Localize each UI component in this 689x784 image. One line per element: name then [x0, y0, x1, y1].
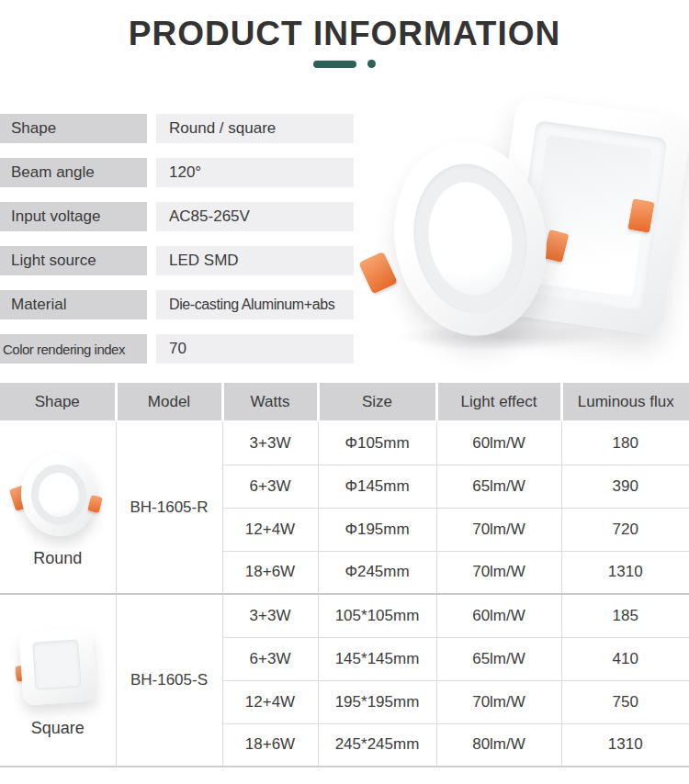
product-hero-image — [366, 101, 689, 367]
watts-cell: 6+3W — [222, 465, 318, 508]
spec-value: LED SMD — [156, 246, 354, 275]
spec-row-shape: Shape Round / square — [0, 114, 354, 143]
luminous-flux-cell: 720 — [561, 508, 689, 551]
luminous-flux-cell: 410 — [561, 637, 689, 680]
spec-label: Color rendering index — [0, 334, 147, 364]
spec-table: Shape Model Watts Size Light effect Lumi… — [0, 383, 689, 767]
size-cell: 105*105mm — [318, 594, 436, 637]
spec-value: AC85-265V — [156, 202, 354, 231]
round-light-thumbnail-icon — [12, 452, 104, 540]
light-effect-cell: 65lm/W — [436, 465, 561, 508]
size-cell: 245*245mm — [318, 723, 436, 767]
spec-row-light-source: Light source LED SMD — [0, 246, 354, 275]
light-effect-cell: 70lm/W — [436, 680, 561, 723]
light-effect-cell: 80lm/W — [436, 723, 561, 767]
spec-row-beam-angle: Beam angle 120° — [0, 158, 354, 187]
title-section: PRODUCT INFORMATION — [0, 0, 689, 68]
luminous-flux-cell: 750 — [561, 680, 689, 723]
spec-value: 120° — [156, 158, 354, 187]
size-cell: Φ245mm — [318, 551, 436, 594]
watts-cell: 18+6W — [222, 723, 318, 767]
watts-cell: 18+6W — [222, 551, 318, 594]
underline-bar — [313, 61, 356, 68]
round-panel-light-image — [380, 130, 559, 346]
shape-label: Round — [33, 549, 82, 568]
model-cell: BH-1605-S — [116, 594, 222, 767]
header-light-effect: Light effect — [436, 383, 561, 421]
product-information-page: PRODUCT INFORMATION Shape Round / square… — [0, 0, 689, 784]
shape-label: Square — [31, 719, 85, 738]
spec-label: Input voltage — [0, 202, 147, 231]
spec-value: Round / square — [156, 114, 354, 143]
watts-cell: 12+4W — [222, 508, 318, 551]
round-thumb-rim — [16, 448, 102, 541]
light-effect-cell: 60lm/W — [436, 421, 561, 465]
shape-cell-round: Round — [0, 421, 116, 594]
table-row: Square BH-1605-S 3+3W 105*105mm 60lm/W 1… — [0, 594, 689, 637]
watts-cell: 3+3W — [222, 421, 318, 465]
light-effect-cell: 70lm/W — [436, 508, 561, 551]
table-header-row: Shape Model Watts Size Light effect Lumi… — [0, 383, 689, 421]
light-effect-cell: 60lm/W — [436, 594, 561, 637]
spec-label: Shape — [0, 114, 147, 143]
spec-label: Light source — [0, 246, 147, 275]
underline-dot — [367, 60, 376, 68]
spec-row-color-rendering-index: Color rendering index 70 — [0, 334, 354, 364]
header-luminous-flux: Luminous flux — [561, 383, 689, 421]
header-size: Size — [318, 383, 436, 421]
spec-list: Shape Round / square Beam angle 120° Inp… — [0, 114, 354, 378]
spec-row-input-voltage: Input voltage AC85-265V — [0, 202, 354, 231]
luminous-flux-cell: 390 — [561, 465, 689, 508]
size-cell: Φ105mm — [318, 421, 436, 465]
watts-cell: 12+4W — [222, 680, 318, 723]
header-shape: Shape — [0, 383, 116, 421]
luminous-flux-cell: 185 — [561, 594, 689, 637]
size-cell: 145*145mm — [318, 637, 436, 680]
header-watts: Watts — [222, 383, 318, 421]
square-thumb-rim — [18, 627, 96, 705]
light-effect-cell: 65lm/W — [436, 637, 561, 680]
size-cell: Φ145mm — [318, 465, 436, 508]
luminous-flux-cell: 1310 — [561, 551, 689, 594]
luminous-flux-cell: 180 — [561, 421, 689, 465]
spec-row-material: Material Die-casting Aluminum+abs — [0, 290, 354, 319]
shape-cell-square: Square — [0, 594, 116, 767]
title-underline-decoration — [0, 60, 689, 68]
page-title: PRODUCT INFORMATION — [0, 15, 689, 53]
watts-cell: 6+3W — [222, 637, 318, 680]
square-light-thumbnail-icon — [14, 627, 102, 710]
table-row: Round BH-1605-R 3+3W Φ105mm 60lm/W 180 — [0, 421, 689, 465]
size-cell: 195*195mm — [318, 680, 436, 723]
header-model: Model — [116, 383, 222, 421]
light-effect-cell: 70lm/W — [436, 551, 561, 594]
spec-value: Die-casting Aluminum+abs — [156, 290, 354, 319]
luminous-flux-cell: 1310 — [561, 723, 689, 767]
size-cell: Φ195mm — [318, 508, 436, 551]
spec-label: Beam angle — [0, 158, 147, 187]
spec-label: Material — [0, 290, 147, 319]
watts-cell: 3+3W — [222, 594, 318, 637]
model-cell: BH-1605-R — [116, 421, 222, 594]
mounting-clip-icon — [358, 252, 398, 295]
spec-value: 70 — [156, 334, 354, 364]
